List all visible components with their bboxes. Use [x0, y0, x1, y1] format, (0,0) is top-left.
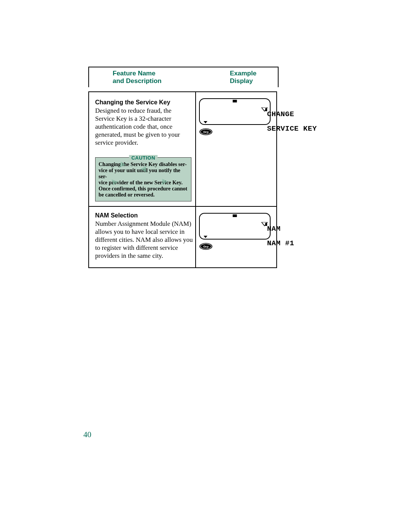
table-row: Changing the Service Key Designed to red…	[89, 92, 277, 206]
table-header: Feature Name and Description Example Dis…	[88, 67, 279, 87]
lcd-indicator-icon	[233, 214, 237, 217]
signal-icon	[261, 107, 268, 113]
display-line2: NAM #1	[267, 239, 294, 248]
page-number: 40	[83, 430, 91, 439]
display-line2: SERVICE KEY	[267, 125, 317, 133]
example-display: CHANGE SERVICE KEY	[199, 98, 271, 125]
manual-page: Feature Name and Description Example Dis…	[0, 0, 411, 532]
header-right-line2: Display	[230, 77, 278, 85]
feature-title: Changing the Service Key	[95, 99, 191, 106]
feature-title: NAM Selection	[95, 212, 193, 219]
display-line1: NAM	[267, 225, 281, 233]
feature-description: Designed to reduce fraud, the Service Ke…	[95, 107, 191, 147]
feature-description: Number Assignment Module (NAM) allows yo…	[95, 220, 193, 260]
header-left-line2: and Description	[113, 77, 215, 85]
lcd-down-arrow-icon	[204, 121, 207, 123]
header-right-line1: Example	[230, 70, 278, 77]
header-left-line1: Feature Name	[113, 70, 215, 77]
signal-icon	[261, 222, 268, 227]
table-row: NAM Selection Number Assignment Module (…	[89, 206, 277, 268]
feature-table: Changing the Service Key Designed to red…	[88, 91, 277, 268]
svg-rect-6	[265, 223, 267, 226]
lcd-down-arrow-icon	[204, 236, 207, 238]
lcd-indicator-icon	[233, 100, 237, 102]
svg-rect-1	[265, 108, 267, 111]
caution-box: CAUTION Changing the Service Key disable…	[95, 157, 191, 201]
display-line1: CHANGE	[267, 110, 294, 118]
example-display: NAM NAM #1	[199, 213, 271, 240]
caution-label: CAUTION	[129, 155, 158, 161]
